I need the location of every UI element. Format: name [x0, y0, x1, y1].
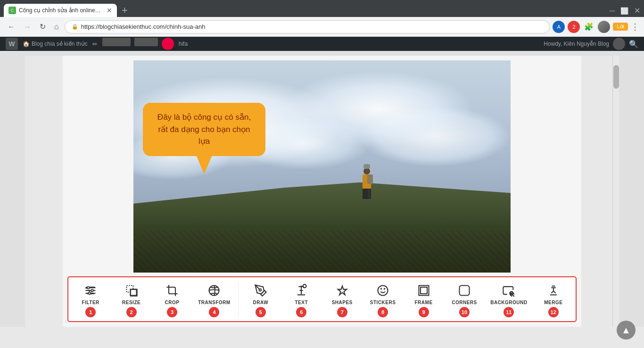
svg-point-19 [259, 289, 261, 291]
refresh-button[interactable]: ↻ [37, 20, 49, 33]
shapes-badge: 7 [337, 307, 347, 317]
vertical-scrollbar[interactable] [612, 56, 619, 327]
user-login: hifa [179, 41, 188, 47]
tool-shapes[interactable]: SHAPES 7 [322, 280, 363, 319]
corners-icon [457, 283, 472, 298]
admin-avatar [613, 38, 625, 50]
search-icon[interactable]: 🔍 [629, 40, 638, 49]
tool-transform[interactable]: TRANSFORM 4 [192, 280, 236, 319]
left-margin [25, 56, 63, 327]
back-button[interactable]: ← [5, 21, 18, 33]
right-margin [581, 56, 619, 327]
tab-favicon: C [8, 7, 16, 14]
tool-text[interactable]: TEXT 6 [281, 280, 322, 319]
tool-frame[interactable]: FRAME 9 [403, 280, 444, 319]
svg-point-14 [89, 292, 91, 295]
frame-label: FRAME [415, 300, 433, 305]
crop-badge: 3 [167, 307, 177, 317]
svg-marker-22 [338, 286, 347, 295]
home-button[interactable]: ⌂ [51, 21, 62, 33]
scroll-to-top-button[interactable]: ▲ [617, 321, 636, 340]
draw-badge: 5 [256, 307, 266, 317]
tooltip-bubble: Đây là bộ công cụ có sẵn, rất đa dạng ch… [143, 103, 265, 156]
tab-close-icon[interactable]: ✕ [107, 7, 112, 14]
crop-icon [165, 283, 180, 298]
corners-label: CORNERS [452, 300, 477, 305]
tool-merge[interactable]: MERGE 12 [533, 280, 574, 319]
maximize-button[interactable]: ⬜ [620, 7, 628, 15]
tooltip-arrow [196, 154, 213, 174]
transform-icon [206, 283, 222, 298]
notification-icon[interactable]: 2 [568, 21, 580, 33]
text-icon [294, 283, 309, 298]
stickers-badge: 8 [378, 307, 388, 317]
stickers-icon [375, 283, 390, 298]
divider-1 [238, 282, 239, 317]
resize-badge: 2 [126, 307, 137, 317]
login-button[interactable]: Lời [613, 23, 628, 31]
tooltip-text: Đây là bộ công cụ có sẵn, rất đa dạng ch… [153, 111, 255, 148]
frame-icon [416, 283, 431, 298]
tool-draw[interactable]: DRAW 5 [240, 280, 281, 319]
minimize-button[interactable]: ─ [610, 7, 615, 15]
draw-label: DRAW [253, 300, 269, 305]
tool-background[interactable]: BACKGROUND 11 [485, 280, 533, 319]
user-avatar[interactable] [598, 21, 610, 33]
address-bar[interactable]: 🔒 https://blogchiasekienthuc.com/chinh-s… [65, 20, 550, 33]
merge-badge: 12 [548, 307, 559, 317]
main-photo [133, 60, 511, 273]
crop-label: CROP [165, 300, 180, 305]
svg-rect-27 [421, 287, 427, 294]
tool-filter[interactable]: FILTER 1 [70, 280, 111, 319]
svg-rect-28 [459, 286, 469, 296]
extensions-icon[interactable]: 🧩 [583, 21, 595, 33]
merge-icon [546, 283, 561, 298]
toolbar-container: FILTER 1 RESIZE 2 [67, 276, 577, 322]
merge-label: MERGE [544, 300, 562, 305]
resize-label: RESIZE [122, 300, 140, 305]
tab-title: Công cụ chỉnh sửa ảnh online - E... [19, 7, 102, 14]
background-label: BACKGROUND [490, 300, 527, 305]
filter-badge: 1 [85, 307, 96, 317]
background-icon [501, 283, 516, 298]
wordpress-icon: 🏠 [23, 41, 30, 47]
text-badge: 6 [296, 307, 306, 317]
shapes-icon [335, 283, 350, 298]
tool-crop[interactable]: CROP 3 [152, 280, 192, 319]
draw-icon [253, 283, 268, 298]
text-label: TEXT [295, 300, 308, 305]
scroll-thumb [613, 65, 619, 89]
blurred-avatar [162, 38, 174, 50]
toolbar-row: FILTER 1 RESIZE 2 [70, 280, 574, 319]
person-figure [363, 168, 371, 199]
menu-button[interactable]: ⋮ [631, 22, 639, 32]
site-name[interactable]: 🏠 Blog chia sẻ kiến thức [23, 41, 88, 47]
edit-icon[interactable]: ✏ [92, 41, 98, 48]
filter-icon [83, 283, 98, 298]
svg-point-12 [87, 287, 90, 289]
new-tab-button[interactable]: + [119, 4, 131, 17]
blurred-item-2 [134, 38, 158, 46]
tool-stickers[interactable]: STICKERS 8 [363, 280, 403, 319]
resize-icon [124, 283, 139, 298]
svg-point-13 [91, 290, 93, 292]
image-section: Đây là bộ công cụ có sẵn, rất đa dạng ch… [133, 60, 511, 273]
svg-point-23 [378, 286, 388, 296]
close-button[interactable]: ✕ [634, 6, 640, 15]
transform-badge: 4 [209, 307, 219, 317]
howdy-text: Howdy, Kiên Nguyễn Blog [544, 41, 609, 47]
transform-label: TRANSFORM [198, 300, 230, 305]
frame-badge: 9 [419, 307, 429, 317]
shapes-label: SHAPES [332, 300, 353, 305]
active-tab[interactable]: C Công cụ chỉnh sửa ảnh online - E... ✕ [4, 4, 117, 17]
wordpress-logo[interactable]: W [6, 38, 18, 50]
tool-corners[interactable]: CORNERS 10 [444, 280, 485, 319]
profile-icon[interactable]: A [553, 21, 565, 33]
lock-icon: 🔒 [72, 24, 78, 30]
tool-resize[interactable]: RESIZE 2 [111, 280, 151, 319]
background-badge: 11 [504, 307, 514, 317]
svg-point-20 [303, 284, 306, 288]
corners-badge: 10 [459, 307, 470, 317]
filter-label: FILTER [82, 300, 99, 305]
forward-button[interactable]: → [21, 21, 34, 33]
